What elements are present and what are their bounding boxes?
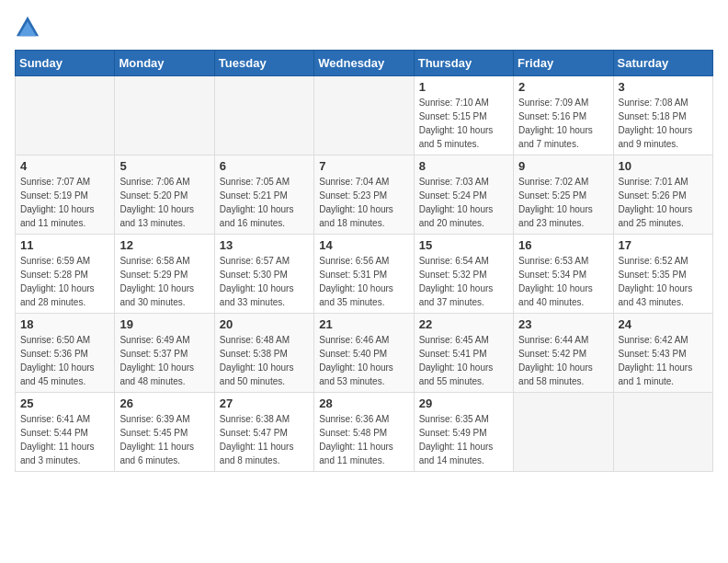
day-info: Sunrise: 6:46 AM Sunset: 5:40 PM Dayligh… — [319, 333, 408, 388]
day-number: 28 — [319, 396, 408, 410]
day-info: Sunrise: 6:56 AM Sunset: 5:31 PM Dayligh… — [319, 254, 408, 309]
calendar-cell: 8Sunrise: 7:03 AM Sunset: 5:24 PM Daylig… — [414, 155, 513, 235]
day-info: Sunrise: 7:05 AM Sunset: 5:21 PM Dayligh… — [220, 175, 309, 230]
day-number: 12 — [119, 238, 209, 252]
calendar-cell: 25Sunrise: 6:41 AM Sunset: 5:44 PM Dayli… — [16, 393, 115, 472]
day-info: Sunrise: 6:54 AM Sunset: 5:32 PM Dayligh… — [419, 254, 508, 309]
day-info: Sunrise: 7:06 AM Sunset: 5:20 PM Dayligh… — [119, 175, 209, 230]
calendar-week-4: 18Sunrise: 6:50 AM Sunset: 5:36 PM Dayli… — [16, 314, 713, 393]
day-info: Sunrise: 6:52 AM Sunset: 5:35 PM Dayligh… — [619, 254, 708, 309]
calendar-cell: 16Sunrise: 6:53 AM Sunset: 5:34 PM Dayli… — [514, 235, 613, 314]
calendar-cell: 21Sunrise: 6:46 AM Sunset: 5:40 PM Dayli… — [314, 314, 414, 393]
calendar-cell — [16, 76, 115, 155]
day-number: 15 — [419, 238, 508, 252]
calendar-cell — [314, 76, 414, 155]
calendar-cell: 2Sunrise: 7:09 AM Sunset: 5:16 PM Daylig… — [514, 76, 613, 155]
day-info: Sunrise: 6:41 AM Sunset: 5:44 PM Dayligh… — [20, 412, 109, 467]
calendar-cell: 4Sunrise: 7:07 AM Sunset: 5:19 PM Daylig… — [16, 155, 115, 235]
day-number: 2 — [518, 80, 608, 94]
day-number: 3 — [619, 80, 708, 94]
day-number: 21 — [319, 317, 408, 331]
calendar-cell: 20Sunrise: 6:48 AM Sunset: 5:38 PM Dayli… — [214, 314, 313, 393]
day-number: 10 — [619, 159, 708, 173]
day-info: Sunrise: 7:04 AM Sunset: 5:23 PM Dayligh… — [319, 175, 408, 230]
day-number: 23 — [518, 317, 608, 331]
logo-icon — [15, 15, 40, 40]
day-info: Sunrise: 7:10 AM Sunset: 5:15 PM Dayligh… — [419, 96, 508, 151]
day-number: 18 — [20, 317, 109, 331]
day-number: 16 — [518, 238, 608, 252]
calendar-cell: 12Sunrise: 6:58 AM Sunset: 5:29 PM Dayli… — [115, 235, 214, 314]
calendar-cell: 23Sunrise: 6:44 AM Sunset: 5:42 PM Dayli… — [514, 314, 613, 393]
calendar-week-2: 4Sunrise: 7:07 AM Sunset: 5:19 PM Daylig… — [16, 155, 713, 235]
day-info: Sunrise: 7:02 AM Sunset: 5:25 PM Dayligh… — [518, 175, 608, 230]
day-info: Sunrise: 7:09 AM Sunset: 5:16 PM Dayligh… — [518, 96, 608, 151]
calendar-cell: 3Sunrise: 7:08 AM Sunset: 5:18 PM Daylig… — [613, 76, 712, 155]
day-info: Sunrise: 6:49 AM Sunset: 5:37 PM Dayligh… — [119, 333, 209, 388]
calendar-cell: 5Sunrise: 7:06 AM Sunset: 5:20 PM Daylig… — [115, 155, 214, 235]
calendar-cell: 14Sunrise: 6:56 AM Sunset: 5:31 PM Dayli… — [314, 235, 414, 314]
calendar-cell: 11Sunrise: 6:59 AM Sunset: 5:28 PM Dayli… — [16, 235, 115, 314]
calendar-header-row: SundayMondayTuesdayWednesdayThursdayFrid… — [16, 51, 713, 76]
day-header-tuesday: Tuesday — [214, 51, 313, 76]
calendar-cell: 22Sunrise: 6:45 AM Sunset: 5:41 PM Dayli… — [414, 314, 513, 393]
day-info: Sunrise: 6:59 AM Sunset: 5:28 PM Dayligh… — [20, 254, 109, 309]
calendar-table: SundayMondayTuesdayWednesdayThursdayFrid… — [15, 50, 713, 472]
day-number: 13 — [220, 238, 309, 252]
calendar-week-1: 1Sunrise: 7:10 AM Sunset: 5:15 PM Daylig… — [16, 76, 713, 155]
day-header-thursday: Thursday — [414, 51, 513, 76]
day-number: 17 — [619, 238, 708, 252]
day-header-sunday: Sunday — [16, 51, 115, 76]
day-info: Sunrise: 6:36 AM Sunset: 5:48 PM Dayligh… — [319, 412, 408, 467]
day-number: 8 — [419, 159, 508, 173]
day-number: 19 — [119, 317, 209, 331]
day-number: 9 — [518, 159, 608, 173]
day-number: 4 — [20, 159, 109, 173]
day-header-saturday: Saturday — [613, 51, 712, 76]
day-info: Sunrise: 6:44 AM Sunset: 5:42 PM Dayligh… — [518, 333, 608, 388]
day-info: Sunrise: 6:50 AM Sunset: 5:36 PM Dayligh… — [20, 333, 109, 388]
day-info: Sunrise: 6:48 AM Sunset: 5:38 PM Dayligh… — [220, 333, 309, 388]
calendar-cell — [214, 76, 313, 155]
day-info: Sunrise: 6:45 AM Sunset: 5:41 PM Dayligh… — [419, 333, 508, 388]
day-number: 7 — [319, 159, 408, 173]
calendar-cell: 9Sunrise: 7:02 AM Sunset: 5:25 PM Daylig… — [514, 155, 613, 235]
calendar-cell: 10Sunrise: 7:01 AM Sunset: 5:26 PM Dayli… — [613, 155, 712, 235]
day-number: 11 — [20, 238, 109, 252]
day-number: 27 — [220, 396, 309, 410]
calendar-cell: 29Sunrise: 6:35 AM Sunset: 5:49 PM Dayli… — [414, 393, 513, 472]
day-info: Sunrise: 7:07 AM Sunset: 5:19 PM Dayligh… — [20, 175, 109, 230]
day-info: Sunrise: 7:08 AM Sunset: 5:18 PM Dayligh… — [619, 96, 708, 151]
day-header-wednesday: Wednesday — [314, 51, 414, 76]
calendar-cell: 18Sunrise: 6:50 AM Sunset: 5:36 PM Dayli… — [16, 314, 115, 393]
calendar-cell: 19Sunrise: 6:49 AM Sunset: 5:37 PM Dayli… — [115, 314, 214, 393]
calendar-cell: 27Sunrise: 6:38 AM Sunset: 5:47 PM Dayli… — [214, 393, 313, 472]
day-number: 5 — [119, 159, 209, 173]
day-info: Sunrise: 6:35 AM Sunset: 5:49 PM Dayligh… — [419, 412, 508, 467]
calendar-cell — [115, 76, 214, 155]
day-info: Sunrise: 7:03 AM Sunset: 5:24 PM Dayligh… — [419, 175, 508, 230]
calendar-cell: 13Sunrise: 6:57 AM Sunset: 5:30 PM Dayli… — [214, 235, 313, 314]
day-number: 24 — [619, 317, 708, 331]
header — [15, 15, 713, 40]
calendar-cell: 17Sunrise: 6:52 AM Sunset: 5:35 PM Dayli… — [613, 235, 712, 314]
calendar-week-5: 25Sunrise: 6:41 AM Sunset: 5:44 PM Dayli… — [16, 393, 713, 472]
calendar-cell: 7Sunrise: 7:04 AM Sunset: 5:23 PM Daylig… — [314, 155, 414, 235]
logo — [15, 15, 44, 40]
day-number: 1 — [419, 80, 508, 94]
day-info: Sunrise: 6:42 AM Sunset: 5:43 PM Dayligh… — [619, 333, 708, 388]
day-number: 14 — [319, 238, 408, 252]
day-number: 29 — [419, 396, 508, 410]
day-info: Sunrise: 6:39 AM Sunset: 5:45 PM Dayligh… — [119, 412, 209, 467]
calendar-cell — [613, 393, 712, 472]
calendar-week-3: 11Sunrise: 6:59 AM Sunset: 5:28 PM Dayli… — [16, 235, 713, 314]
day-number: 25 — [20, 396, 109, 410]
calendar-cell: 26Sunrise: 6:39 AM Sunset: 5:45 PM Dayli… — [115, 393, 214, 472]
calendar-cell: 1Sunrise: 7:10 AM Sunset: 5:15 PM Daylig… — [414, 76, 513, 155]
calendar-cell: 15Sunrise: 6:54 AM Sunset: 5:32 PM Dayli… — [414, 235, 513, 314]
day-number: 22 — [419, 317, 508, 331]
calendar-cell: 6Sunrise: 7:05 AM Sunset: 5:21 PM Daylig… — [214, 155, 313, 235]
calendar-cell: 28Sunrise: 6:36 AM Sunset: 5:48 PM Dayli… — [314, 393, 414, 472]
calendar-cell — [514, 393, 613, 472]
day-info: Sunrise: 6:57 AM Sunset: 5:30 PM Dayligh… — [220, 254, 309, 309]
